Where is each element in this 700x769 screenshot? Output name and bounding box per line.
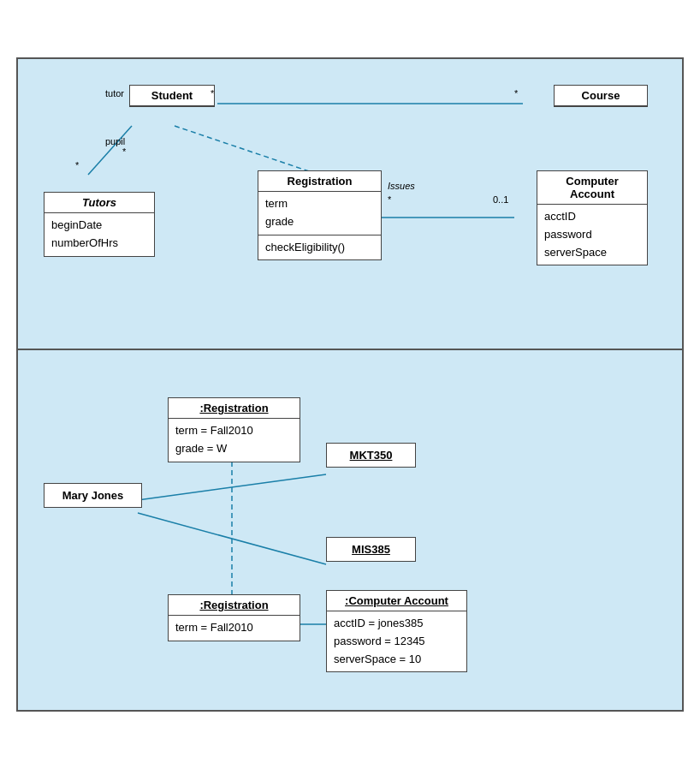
ca2-title: :Computer Account [327,591,466,611]
computeraccount-attrs: acctID password serverSpace [537,205,647,265]
mkt350-box: MKT350 [326,443,416,468]
registration-box: Registration term grade checkEligibility… [258,170,382,260]
maryjones-box: Mary Jones [44,483,142,508]
mkt350-title: MKT350 [327,444,415,467]
main-container: Student Course Tutors beginDate numberOf… [16,57,684,712]
svg-line-2 [175,126,319,175]
course-title: Course [555,86,647,106]
mult-issues: 0..1 [493,194,508,205]
registration-methods: checkEligibility() [258,235,381,260]
ca-attr2: password [544,226,640,244]
tutors-attrs: beginDate numberOfHrs [44,213,154,256]
computeraccount-title: Computer Account [537,171,647,205]
registration-attr1: term [265,195,374,213]
registration-method: checkEligibility() [265,239,374,257]
ca2-attr1: acctID = jones385 [334,615,460,633]
ca2-attr3: serverSpace = 10 [334,651,460,669]
star-top-right: * [514,88,518,98]
mis385-box: MIS385 [326,537,416,562]
reg1-attr1: term = Fall2010 [175,422,293,440]
reg2-attrs: term = Fall2010 [169,616,300,641]
pupil-label: pupil [105,136,125,146]
registration-attrs: term grade [258,192,381,235]
reg2-title: :Registration [169,595,300,616]
student-title: Student [130,86,214,106]
issues-label: Issues [388,181,415,191]
registration2-box: :Registration term = Fall2010 [168,594,300,641]
course-box: Course [554,85,648,107]
ca-attr1: acctID [544,208,640,226]
registration-attr2: grade [265,213,374,231]
ca2-attr2: password = 12345 [334,633,460,651]
maryjones-title: Mary Jones [44,484,141,507]
computeraccount2-box: :Computer Account acctID = jones385 pass… [326,590,467,672]
top-panel: Student Course Tutors beginDate numberOf… [18,59,682,350]
mis385-title: MIS385 [327,538,415,561]
star-pupil: * [122,146,126,157]
tutors-box: Tutors beginDate numberOfHrs [44,192,155,257]
svg-line-5 [138,513,326,564]
reg1-attrs: term = Fall2010 grade = W [169,419,300,462]
ca-attr3: serverSpace [544,244,640,262]
registration1-box: :Registration term = Fall2010 grade = W [168,397,300,462]
reg2-attr1: term = Fall2010 [175,619,293,637]
computeraccount-box: Computer Account acctID password serverS… [537,170,648,265]
star-tutors: * [75,160,79,170]
reg1-attr2: grade = W [175,440,293,458]
tutors-attr1: beginDate [51,217,147,235]
reg1-title: :Registration [169,398,300,419]
star-top-left: * [211,88,214,98]
registration-title: Registration [258,171,381,192]
student-box: Student [129,85,215,107]
tutors-title: Tutors [44,193,154,213]
star-issues: * [388,194,391,205]
tutor-label: tutor [105,88,124,98]
tutors-attr2: numberOfHrs [51,235,147,253]
svg-line-4 [138,474,326,500]
ca2-attrs: acctID = jones385 password = 12345 serve… [327,611,466,671]
bottom-panel: Mary Jones :Registration term = Fall2010… [18,350,682,710]
